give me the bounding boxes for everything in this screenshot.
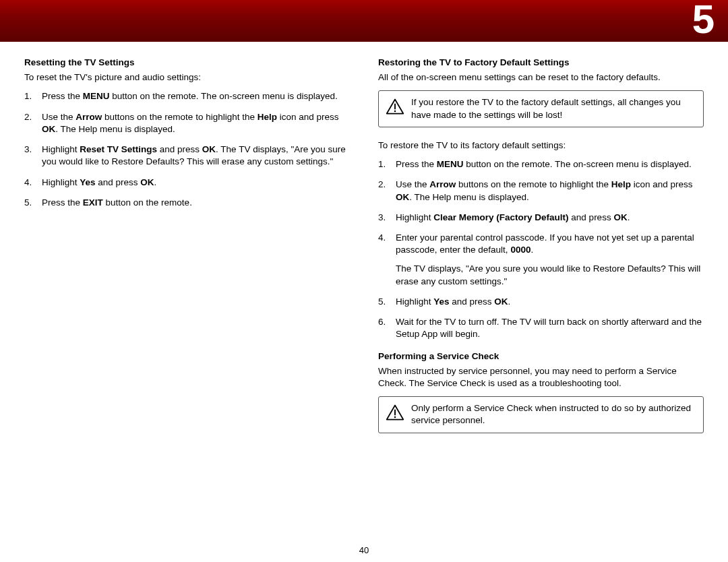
- page-number: 40: [0, 545, 728, 555]
- list-item: Highlight Reset TV Settings and press OK…: [24, 144, 350, 168]
- section-heading-service: Performing a Service Check: [378, 350, 704, 363]
- list-item: Highlight Yes and press OK.: [378, 296, 704, 308]
- reset-intro: To reset the TV's picture and audio sett…: [24, 71, 350, 84]
- left-column: Resetting the TV Settings To reset the T…: [24, 57, 350, 445]
- warning-icon: [386, 404, 404, 421]
- chapter-header-band: 5: [0, 0, 728, 42]
- list-item: Use the Arrow buttons on the remote to h…: [24, 111, 350, 135]
- warning-text: If you restore the TV to the factory def…: [411, 96, 696, 121]
- list-item-sub: The TV displays, "Are you sure you would…: [396, 263, 704, 287]
- warning-icon: [386, 98, 404, 115]
- list-item: Press the MENU button on the remote. The…: [378, 158, 704, 170]
- chapter-number: 5: [692, 0, 715, 42]
- list-item: Press the MENU button on the remote. The…: [24, 90, 350, 102]
- list-item: Press the EXIT button on the remote.: [24, 197, 350, 209]
- service-intro: When instructed by service personnel, yo…: [378, 365, 704, 389]
- svg-point-1: [394, 111, 396, 112]
- warning-text: Only perform a Service Check when instru…: [411, 402, 696, 427]
- warning-box-service: Only perform a Service Check when instru…: [378, 396, 704, 433]
- warning-box-restore: If you restore the TV to the factory def…: [378, 90, 704, 127]
- restore-intro2: To restore the TV to its factory default…: [378, 139, 704, 152]
- restore-steps: Press the MENU button on the remote. The…: [378, 158, 704, 340]
- section-heading-restore: Restoring the TV to Factory Default Sett…: [378, 57, 704, 69]
- list-item: Enter your parental control passcode. If…: [378, 232, 704, 288]
- section-heading-reset: Resetting the TV Settings: [24, 57, 350, 69]
- list-item: Wait for the TV to turn off. The TV will…: [378, 316, 704, 340]
- page-body: Resetting the TV Settings To reset the T…: [0, 42, 728, 445]
- list-item: Highlight Clear Memory (Factory Default)…: [378, 212, 704, 224]
- svg-point-3: [394, 416, 396, 418]
- restore-intro: All of the on-screen menu settings can b…: [378, 71, 704, 84]
- list-item: Highlight Yes and press OK.: [24, 177, 350, 189]
- right-column: Restoring the TV to Factory Default Sett…: [378, 57, 704, 445]
- list-item: Use the Arrow buttons on the remote to h…: [378, 179, 704, 203]
- reset-steps: Press the MENU button on the remote. The…: [24, 90, 350, 209]
